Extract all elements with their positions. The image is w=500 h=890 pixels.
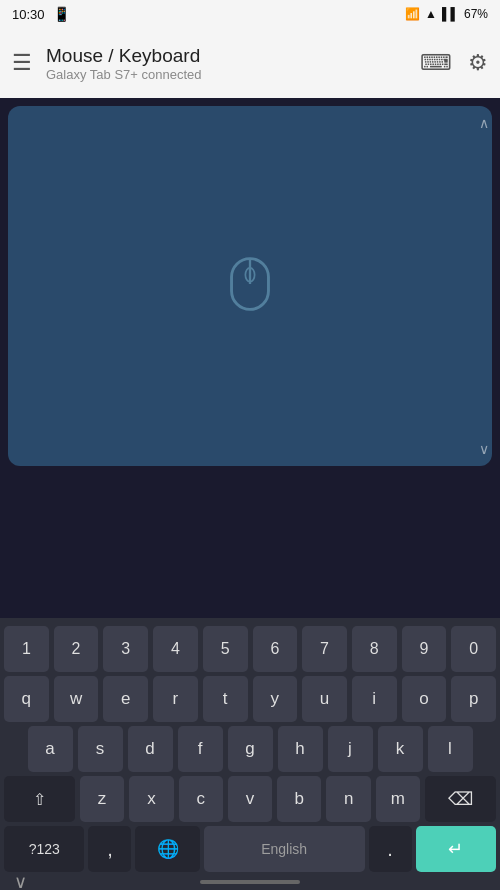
bottom-bar: ∨ [0, 876, 500, 890]
key-4[interactable]: 4 [153, 626, 198, 672]
delete-key[interactable]: ⌫ [425, 776, 496, 822]
key-0[interactable]: 0 [451, 626, 496, 672]
trackpad-scrollbar: ∧ ∨ [482, 116, 486, 456]
space-key[interactable]: English [204, 826, 365, 872]
key-3[interactable]: 3 [103, 626, 148, 672]
qwerty-row: q w e r t y u i o p [0, 676, 500, 722]
key-j[interactable]: j [328, 726, 373, 772]
key-a[interactable]: a [28, 726, 73, 772]
battery-percent: 67% [464, 7, 488, 21]
key-f[interactable]: f [178, 726, 223, 772]
key-h[interactable]: h [278, 726, 323, 772]
menu-icon[interactable]: ☰ [12, 50, 32, 76]
status-right: 📶 ▲ ▌▌ 67% [405, 7, 488, 21]
phone-icon: 📱 [53, 6, 70, 22]
comma-key[interactable]: , [88, 826, 131, 872]
enter-key[interactable]: ↵ [416, 826, 496, 872]
home-indicator [200, 880, 300, 884]
globe-key[interactable]: 🌐 [135, 826, 199, 872]
number-row: 1 2 3 4 5 6 7 8 9 0 [0, 626, 500, 672]
trackpad[interactable]: ∧ ∨ [8, 106, 492, 466]
key-d[interactable]: d [128, 726, 173, 772]
scroll-up-arrow: ∧ [479, 116, 489, 130]
period-key[interactable]: . [369, 826, 412, 872]
key-k[interactable]: k [378, 726, 423, 772]
key-1[interactable]: 1 [4, 626, 49, 672]
key-6[interactable]: 6 [253, 626, 298, 672]
key-7[interactable]: 7 [302, 626, 347, 672]
chevron-down-icon[interactable]: ∨ [14, 871, 27, 890]
app-bar: ☰ Mouse / Keyboard Galaxy Tab S7+ connec… [0, 28, 500, 98]
status-left: 10:30 📱 [12, 6, 70, 22]
bluetooth-icon: 📶 [405, 7, 420, 21]
mouse-cursor-icon [225, 254, 275, 318]
wifi-icon: ▲ [425, 7, 437, 21]
key-l[interactable]: l [428, 726, 473, 772]
key-t[interactable]: t [203, 676, 248, 722]
signal-icon: ▌▌ [442, 7, 459, 21]
key-y[interactable]: y [253, 676, 298, 722]
settings-icon[interactable]: ⚙ [468, 50, 488, 76]
key-g[interactable]: g [228, 726, 273, 772]
key-m[interactable]: m [376, 776, 420, 822]
key-o[interactable]: o [402, 676, 447, 722]
key-5[interactable]: 5 [203, 626, 248, 672]
key-r[interactable]: r [153, 676, 198, 722]
key-u[interactable]: u [302, 676, 347, 722]
key-q[interactable]: q [4, 676, 49, 722]
key-n[interactable]: n [326, 776, 370, 822]
app-bar-actions: ⌨ ⚙ [420, 50, 488, 76]
key-p[interactable]: p [451, 676, 496, 722]
key-z[interactable]: z [80, 776, 124, 822]
key-i[interactable]: i [352, 676, 397, 722]
key-x[interactable]: x [129, 776, 173, 822]
scroll-down-arrow: ∨ [479, 442, 489, 456]
key-8[interactable]: 8 [352, 626, 397, 672]
asdf-row: a s d f g h j k l [0, 726, 500, 772]
key-2[interactable]: 2 [54, 626, 99, 672]
app-subtitle: Galaxy Tab S7+ connected [46, 67, 406, 82]
key-c[interactable]: c [179, 776, 223, 822]
status-time: 10:30 [12, 7, 45, 22]
key-w[interactable]: w [54, 676, 99, 722]
status-bar: 10:30 📱 📶 ▲ ▌▌ 67% [0, 0, 500, 28]
bottom-row: ?123 , 🌐 English . ↵ [0, 826, 500, 872]
key-s[interactable]: s [78, 726, 123, 772]
keyboard: 1 2 3 4 5 6 7 8 9 0 q w e r t y u i o p … [0, 618, 500, 890]
key-v[interactable]: v [228, 776, 272, 822]
key-e[interactable]: e [103, 676, 148, 722]
key-b[interactable]: b [277, 776, 321, 822]
zxcv-row: ⇧ z x c v b n m ⌫ [0, 776, 500, 822]
app-title: Mouse / Keyboard [46, 45, 406, 67]
app-bar-titles: Mouse / Keyboard Galaxy Tab S7+ connecte… [46, 45, 406, 82]
shift-key[interactable]: ⇧ [4, 776, 75, 822]
key-9[interactable]: 9 [402, 626, 447, 672]
sym-key[interactable]: ?123 [4, 826, 84, 872]
keyboard-icon[interactable]: ⌨ [420, 50, 452, 76]
